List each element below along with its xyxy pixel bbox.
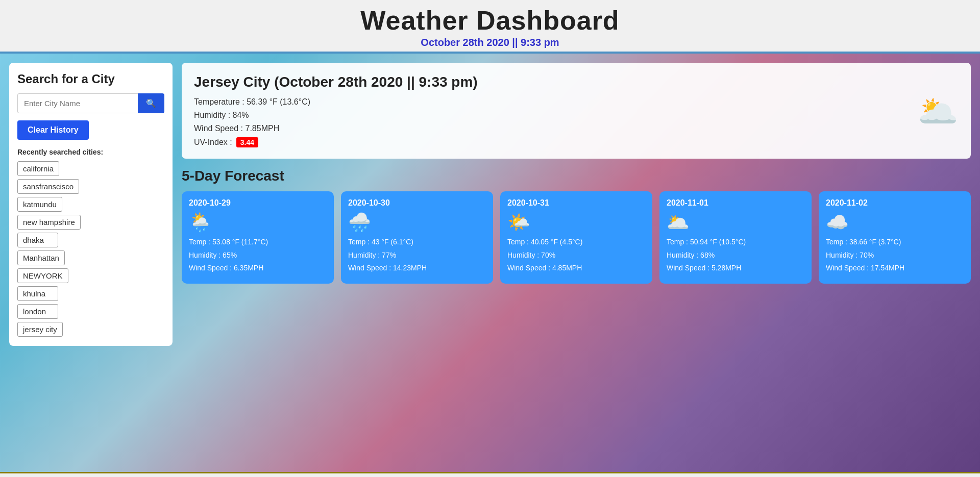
recently-label: Recently searched cities: bbox=[17, 148, 164, 156]
forecast-card: 2020-10-29 🌦️ Temp : 53.08 °F (11.7°C) H… bbox=[182, 191, 334, 284]
main-content: Search for a City 🔍 Clear History Recent… bbox=[0, 54, 980, 472]
forecast-icon: 🌥️ bbox=[667, 212, 804, 233]
forecast-cards: 2020-10-29 🌦️ Temp : 53.08 °F (11.7°C) H… bbox=[182, 191, 971, 284]
forecast-date: 2020-11-01 bbox=[667, 198, 804, 208]
uv-badge: 3.44 bbox=[236, 137, 258, 147]
list-item[interactable]: sansfranscisco bbox=[17, 179, 79, 194]
search-heading: Search for a City bbox=[17, 72, 164, 86]
forecast-date: 2020-10-31 bbox=[507, 198, 645, 208]
list-item[interactable]: london bbox=[17, 304, 58, 319]
search-input[interactable] bbox=[17, 93, 138, 113]
list-item[interactable]: khulna bbox=[17, 286, 58, 301]
forecast-heading: 5-Day Forecast bbox=[182, 168, 971, 184]
current-weather-card: Jersey City (October 28th 2020 || 9:33 p… bbox=[182, 63, 971, 159]
page-footer: © Copyright 2018 Md Ariful Islam bbox=[0, 472, 980, 477]
forecast-wind: Wind Speed : 6.35MPH bbox=[189, 263, 327, 273]
search-row: 🔍 bbox=[17, 93, 164, 113]
list-item[interactable]: katmundu bbox=[17, 197, 62, 212]
forecast-card: 2020-11-01 🌥️ Temp : 50.94 °F (10.5°C) H… bbox=[659, 191, 812, 284]
uv-index-row: UV-Index : 3.44 bbox=[194, 137, 310, 147]
city-list: californiasansfransciscokatmundunew hamp… bbox=[17, 161, 164, 337]
forecast-section: 5-Day Forecast 2020-10-29 🌦️ Temp : 53.0… bbox=[182, 168, 971, 284]
search-button[interactable]: 🔍 bbox=[138, 93, 164, 113]
list-item[interactable]: NEWYORK bbox=[17, 268, 68, 283]
right-panel: Jersey City (October 28th 2020 || 9:33 p… bbox=[182, 63, 971, 463]
forecast-humidity: Humidity : 65% bbox=[189, 250, 327, 261]
forecast-icon: 🌦️ bbox=[189, 212, 327, 233]
forecast-wind: Wind Speed : 17.54MPH bbox=[826, 263, 964, 273]
forecast-temp: Temp : 53.08 °F (11.7°C) bbox=[189, 237, 327, 247]
uv-label: UV-Index : bbox=[194, 138, 232, 147]
temperature-text: Temperature : 56.39 °F (13.6°C) bbox=[194, 97, 310, 107]
forecast-wind: Wind Speed : 14.23MPH bbox=[348, 263, 486, 273]
page-header: Weather Dashboard October 28th 2020 || 9… bbox=[0, 0, 980, 54]
forecast-humidity: Humidity : 68% bbox=[667, 250, 804, 261]
left-panel: Search for a City 🔍 Clear History Recent… bbox=[9, 63, 173, 346]
forecast-date: 2020-11-02 bbox=[826, 198, 964, 208]
search-icon: 🔍 bbox=[146, 99, 156, 108]
forecast-date: 2020-10-29 bbox=[189, 198, 327, 208]
forecast-temp: Temp : 38.66 °F (3.7°C) bbox=[826, 237, 964, 247]
wind-speed-text: Wind Speed : 7.85MPH bbox=[194, 124, 310, 133]
forecast-temp: Temp : 43 °F (6.1°C) bbox=[348, 237, 486, 247]
list-item[interactable]: jersey city bbox=[17, 322, 63, 337]
weather-details: Temperature : 56.39 °F (13.6°C) Humidity… bbox=[194, 97, 310, 147]
weather-info: Temperature : 56.39 °F (13.6°C) Humidity… bbox=[194, 97, 959, 147]
list-item[interactable]: california bbox=[17, 161, 59, 176]
forecast-card: 2020-10-31 🌤️ Temp : 40.05 °F (4.5°C) Hu… bbox=[500, 191, 652, 284]
list-item[interactable]: Manhattan bbox=[17, 250, 65, 265]
forecast-temp: Temp : 50.94 °F (10.5°C) bbox=[667, 237, 804, 247]
header-datetime: October 28th 2020 || 9:33 pm bbox=[0, 37, 980, 48]
forecast-icon: ☁️ bbox=[826, 212, 964, 233]
forecast-humidity: Humidity : 70% bbox=[826, 250, 964, 261]
forecast-date: 2020-10-30 bbox=[348, 198, 486, 208]
forecast-icon: 🌤️ bbox=[507, 212, 645, 233]
forecast-icon: 🌧️ bbox=[348, 212, 486, 233]
list-item[interactable]: dhaka bbox=[17, 233, 58, 247]
current-weather-icon: 🌥️ bbox=[918, 92, 959, 131]
forecast-card: 2020-11-02 ☁️ Temp : 38.66 °F (3.7°C) Hu… bbox=[819, 191, 971, 284]
forecast-temp: Temp : 40.05 °F (4.5°C) bbox=[507, 237, 645, 247]
forecast-card: 2020-10-30 🌧️ Temp : 43 °F (6.1°C) Humid… bbox=[341, 191, 493, 284]
forecast-wind: Wind Speed : 5.28MPH bbox=[667, 263, 804, 273]
cloud-icon: 🌥️ bbox=[918, 93, 959, 130]
forecast-humidity: Humidity : 70% bbox=[507, 250, 645, 261]
list-item[interactable]: new hampshire bbox=[17, 215, 81, 230]
current-city-title: Jersey City (October 28th 2020 || 9:33 p… bbox=[194, 74, 959, 90]
forecast-humidity: Humidity : 77% bbox=[348, 250, 486, 261]
humidity-text: Humidity : 84% bbox=[194, 111, 310, 120]
clear-history-button[interactable]: Clear History bbox=[17, 120, 89, 140]
forecast-wind: Wind Speed : 4.85MPH bbox=[507, 263, 645, 273]
page-title: Weather Dashboard bbox=[0, 5, 980, 36]
